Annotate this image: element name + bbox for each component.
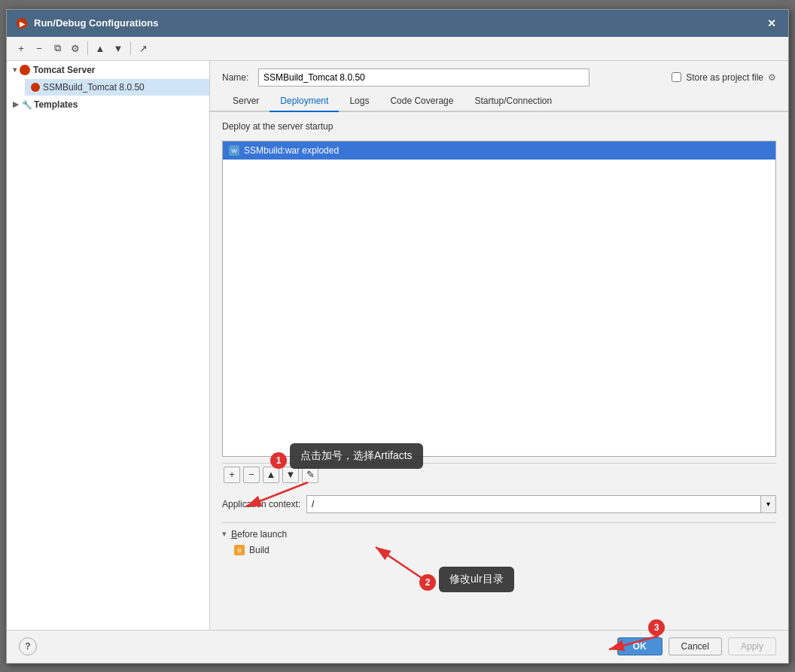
title-bar-left: ▶ Run/Debug Configurations	[16, 17, 158, 29]
list-up-button[interactable]: ▲	[263, 467, 279, 483]
deploy-item-label: SSMbuild:war exploded	[244, 145, 339, 156]
sidebar-child-tomcat: SSMBuild_Tomcat 8.0.50	[7, 79, 209, 96]
sidebar-group-tomcat[interactable]: ▾ Tomcat Server	[7, 61, 209, 79]
move-up-button[interactable]: ▲	[92, 40, 108, 56]
toolbar: + − ⧉ ⚙ ▲ ▼ ↗	[7, 37, 788, 61]
build-item: B Build	[222, 543, 776, 558]
name-label: Name:	[222, 72, 252, 83]
store-project-label: Store as project file	[686, 72, 763, 83]
copy-config-button[interactable]: ⧉	[49, 40, 65, 56]
build-icon: B	[234, 545, 245, 555]
templates-label: Templates	[34, 99, 78, 110]
name-input[interactable]	[258, 68, 589, 87]
footer: ? OK Cancel Apply	[7, 630, 788, 663]
store-project-settings-icon[interactable]: ⚙	[768, 72, 776, 83]
artifact-icon: W	[229, 145, 239, 156]
right-panel: Name: Store as project file ⚙ Server Dep…	[210, 61, 788, 630]
ssmbuild-label: SSMBuild_Tomcat 8.0.50	[43, 82, 145, 93]
dialog-icon: ▶	[16, 17, 28, 29]
tab-coverage[interactable]: Code Coverage	[379, 91, 464, 112]
tab-deployment[interactable]: Deployment	[270, 91, 339, 112]
before-launch-header: ▾ Before launch	[222, 529, 776, 543]
store-project-checkbox[interactable]	[672, 72, 681, 82]
footer-buttons: OK Cancel Apply	[617, 637, 776, 655]
list-add-button[interactable]: +	[224, 467, 240, 483]
tab-startup[interactable]: Startup/Connection	[464, 91, 562, 112]
ok-button[interactable]: OK	[617, 637, 662, 655]
tomcat-expand-arrow: ▾	[13, 65, 17, 74]
name-row: Name: Store as project file ⚙	[210, 61, 788, 91]
list-remove-button[interactable]: −	[243, 467, 260, 483]
cancel-button[interactable]: Cancel	[669, 637, 722, 655]
templates-wrench-icon: 🔧	[22, 100, 31, 109]
toolbar-separator2	[130, 41, 131, 55]
tomcat-server-icon	[20, 65, 30, 75]
toolbar-separator	[87, 41, 88, 55]
app-context-arrow[interactable]: ▾	[760, 496, 775, 512]
app-context-label: Application context:	[222, 499, 300, 509]
list-edit-button[interactable]: ✎	[302, 467, 318, 483]
svg-text:B: B	[237, 547, 241, 554]
remove-config-button[interactable]: −	[31, 40, 47, 56]
tab-logs[interactable]: Logs	[339, 91, 379, 112]
app-context-dropdown[interactable]: / ▾	[306, 495, 776, 513]
templates-expand-arrow: ▶	[13, 100, 19, 108]
app-context-value: /	[307, 497, 760, 511]
before-launch-label: Before launch	[231, 529, 287, 540]
sidebar-group-templates[interactable]: ▶ 🔧 Templates	[7, 96, 209, 114]
list-down-button[interactable]: ▼	[282, 467, 299, 483]
apply-button[interactable]: Apply	[728, 637, 776, 655]
help-button[interactable]: ?	[19, 637, 37, 655]
deploy-label: Deploy at the server startup	[222, 121, 776, 132]
move-to-button[interactable]: ↗	[135, 40, 151, 56]
run-debug-dialog: ▶ Run/Debug Configurations ✕ + − ⧉ ⚙ ▲ ▼…	[6, 9, 789, 664]
svg-text:▶: ▶	[20, 20, 26, 28]
title-bar: ▶ Run/Debug Configurations ✕	[7, 10, 788, 37]
ssmbuild-icon	[31, 83, 40, 92]
list-toolbar: + − ▲ ▼ ✎	[222, 463, 776, 486]
build-label: Build	[249, 545, 270, 555]
tab-server[interactable]: Server	[222, 91, 270, 112]
sidebar-item-ssmbuild[interactable]: SSMBuild_Tomcat 8.0.50	[25, 79, 209, 96]
before-launch-expand[interactable]: ▾	[222, 529, 227, 539]
deploy-list[interactable]: W SSMbuild:war exploded	[222, 141, 776, 457]
store-project-row: Store as project file ⚙	[672, 72, 776, 83]
add-config-button[interactable]: +	[13, 40, 29, 56]
tabs-bar: Server Deployment Logs Code Coverage Sta…	[210, 91, 788, 112]
tomcat-server-label: Tomcat Server	[33, 65, 95, 75]
main-content: ▾ Tomcat Server SSMBuild_Tomcat 8.0.50 ▶…	[7, 61, 788, 630]
settings-config-button[interactable]: ⚙	[67, 40, 84, 56]
before-launch-section: ▾ Before launch B Build	[222, 522, 776, 558]
app-context-row: Application context: / ▾	[222, 495, 776, 513]
move-down-button[interactable]: ▼	[110, 40, 126, 56]
dialog-title: Run/Debug Configurations	[34, 17, 158, 29]
close-button[interactable]: ✕	[764, 16, 779, 31]
sidebar: ▾ Tomcat Server SSMBuild_Tomcat 8.0.50 ▶…	[7, 61, 210, 630]
svg-text:W: W	[231, 147, 237, 154]
panel-content: Deploy at the server startup W SSMbuild:…	[210, 112, 788, 630]
deploy-item-ssmbuild[interactable]: W SSMbuild:war exploded	[223, 141, 775, 160]
